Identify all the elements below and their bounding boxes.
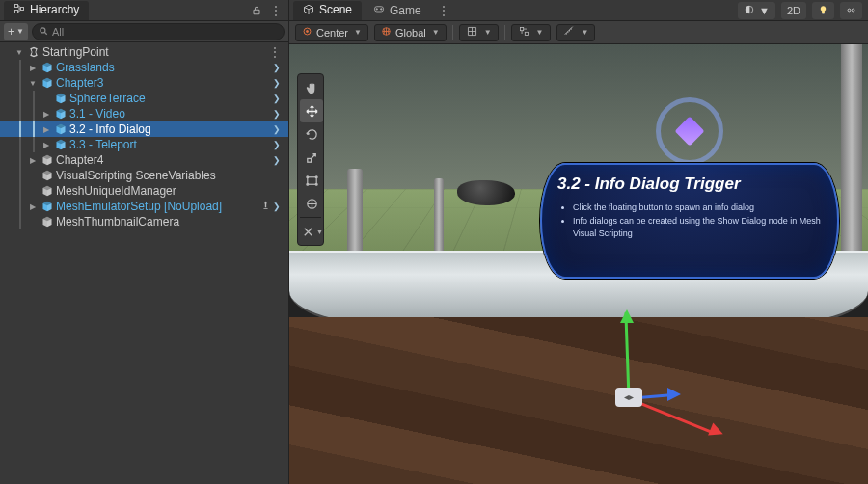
game-icon (373, 3, 385, 17)
rect-tool[interactable] (300, 169, 323, 192)
expand-arrow-icon[interactable]: ▶ (27, 156, 39, 165)
global-icon (381, 26, 392, 39)
hierarchy-item-label: 3.3 - Teleport (69, 138, 271, 151)
gameobject-cube-icon (41, 200, 54, 213)
svg-rect-2 (21, 7, 24, 10)
hierarchy-item-label: MeshThumbnailCamera (56, 215, 285, 229)
hierarchy-row[interactable]: SphereTerrace❯ (0, 91, 288, 106)
expand-arrow-icon[interactable]: ▶ (27, 202, 39, 211)
tab-scene[interactable]: Scene (293, 1, 362, 20)
open-prefab-icon[interactable]: ❯ (273, 202, 281, 211)
override-icon (260, 200, 271, 213)
scene-tool-palette: ▼ (297, 73, 324, 246)
hierarchy-row[interactable]: MeshThumbnailCamera (0, 214, 288, 229)
tab-game[interactable]: Game (364, 1, 431, 19)
hierarchy-toolbar: +▼ All (0, 21, 288, 42)
scene-icon (303, 3, 314, 17)
transform-gizmo[interactable]: ◂▸ (552, 312, 706, 467)
open-prefab-icon[interactable]: ❯ (273, 78, 281, 88)
tab-hierarchy[interactable]: Hierarchy (4, 1, 89, 20)
expand-arrow-icon[interactable]: ▼ (14, 48, 25, 57)
hierarchy-row[interactable]: ▶Chapter4❯ (0, 152, 288, 168)
open-prefab-icon[interactable]: ❯ (273, 124, 281, 134)
add-button[interactable]: +▼ (4, 23, 28, 40)
hierarchy-tree: ▼StartingPoint⋮▶Grasslands❯▼Chapter3❯Sph… (0, 42, 288, 229)
lock-icon[interactable] (248, 2, 265, 19)
gameobject-cube-icon (41, 184, 54, 198)
svg-rect-10 (520, 27, 523, 30)
svg-point-19 (315, 175, 317, 177)
gameobject-cube-icon (41, 61, 54, 74)
transform-tool[interactable] (300, 192, 323, 215)
custom-tools-dropdown[interactable]: ▼ (300, 220, 323, 243)
expand-arrow-icon[interactable]: ▼ (27, 79, 39, 88)
hierarchy-row[interactable]: ▶MeshEmulatorSetup [NoUpload]❯ (0, 199, 288, 214)
hierarchy-row[interactable]: ▶Grasslands❯ (0, 60, 288, 75)
svg-point-20 (306, 183, 308, 185)
gameobject-cube-icon (41, 215, 54, 229)
hand-tool[interactable] (300, 76, 323, 99)
svg-point-8 (306, 30, 308, 32)
rotate-tool[interactable] (300, 122, 323, 146)
grid-icon (466, 25, 478, 40)
open-prefab-icon[interactable]: ❯ (273, 155, 281, 165)
svg-point-18 (306, 175, 308, 177)
open-prefab-icon[interactable]: ❯ (273, 94, 281, 103)
open-prefab-icon[interactable]: ❯ (273, 140, 281, 149)
gameobject-cube-icon (54, 92, 68, 105)
lighting-toggle[interactable] (812, 2, 834, 19)
panel-menu-icon[interactable]: ⋮ (267, 2, 285, 19)
hierarchy-row[interactable]: ▼StartingPoint⋮ (0, 44, 288, 60)
expand-arrow-icon[interactable]: ▶ (41, 125, 52, 134)
scene-panel-menu-icon[interactable]: ⋮ (435, 2, 452, 19)
grid-snap-dropdown[interactable]: ▼ (459, 24, 499, 41)
increment-dropdown[interactable]: ▼ (556, 24, 596, 41)
hierarchy-row[interactable]: VisualScripting SceneVariables (0, 168, 288, 183)
snap-increment-dropdown[interactable]: ▼ (511, 24, 551, 41)
unity-logo-icon (27, 45, 41, 59)
center-icon (302, 26, 312, 39)
info-dialog-panel: 3.2 - Info Dialog Trigger Click the floa… (540, 163, 839, 279)
hierarchy-row[interactable]: ▶3.2 - Info Dialog❯ (0, 121, 288, 137)
expand-arrow-icon[interactable]: ▶ (41, 141, 52, 149)
info-bullet: Info dialogs can be created using the Sh… (573, 215, 822, 241)
shaded-icon (744, 4, 755, 17)
open-prefab-icon[interactable]: ❯ (273, 63, 281, 72)
expand-arrow-icon[interactable]: ▶ (27, 64, 39, 72)
scene-viewport[interactable]: 3.2 - Info Dialog Trigger Click the floa… (289, 44, 868, 484)
open-prefab-icon[interactable]: ❯ (273, 109, 281, 119)
hierarchy-row[interactable]: MeshUniqueIdManager (0, 183, 288, 199)
gameobject-cube-icon (41, 76, 54, 90)
gameobject-cube-icon (54, 122, 68, 136)
hierarchy-item-label: Chapter3 (56, 76, 271, 90)
hierarchy-item-label: 3.2 - Info Dialog (69, 122, 271, 136)
scale-tool[interactable] (300, 146, 323, 169)
move-handle-icon[interactable]: ◂▸ (615, 388, 642, 407)
hierarchy-item-label: 3.1 - Video (69, 107, 271, 121)
info-title: 3.2 - Info Dialog Trigger (557, 175, 822, 194)
hierarchy-icon (14, 3, 25, 17)
snap-icon (518, 25, 530, 40)
hierarchy-row[interactable]: ▶3.1 - Video❯ (0, 106, 288, 121)
svg-rect-3 (254, 10, 259, 14)
toggle-2d[interactable]: 2D (781, 2, 806, 19)
hierarchy-item-label: Grasslands (56, 61, 271, 74)
audio-toggle[interactable] (840, 2, 862, 19)
scene-menu-icon[interactable]: ⋮ (269, 45, 281, 59)
search-input[interactable]: All (32, 23, 285, 40)
space-mode-dropdown[interactable]: Global▼ (374, 24, 447, 41)
svg-point-21 (315, 183, 317, 185)
ruler-icon (563, 25, 576, 40)
gameobject-cube-icon (54, 138, 68, 151)
svg-point-14 (848, 9, 851, 12)
move-tool[interactable] (300, 99, 323, 122)
hierarchy-row[interactable]: ▼Chapter3❯ (0, 75, 288, 91)
svg-point-6 (381, 9, 383, 11)
expand-arrow-icon[interactable]: ▶ (41, 110, 52, 119)
draw-mode-dropdown[interactable]: ▼ (738, 2, 775, 19)
hierarchy-item-label: MeshUniqueIdManager (56, 184, 285, 198)
rock-mesh (457, 180, 515, 205)
hierarchy-tabbar: Hierarchy ⋮ (0, 0, 288, 21)
pivot-mode-dropdown[interactable]: Center▼ (295, 24, 368, 41)
hierarchy-row[interactable]: ▶3.3 - Teleport❯ (0, 137, 288, 152)
